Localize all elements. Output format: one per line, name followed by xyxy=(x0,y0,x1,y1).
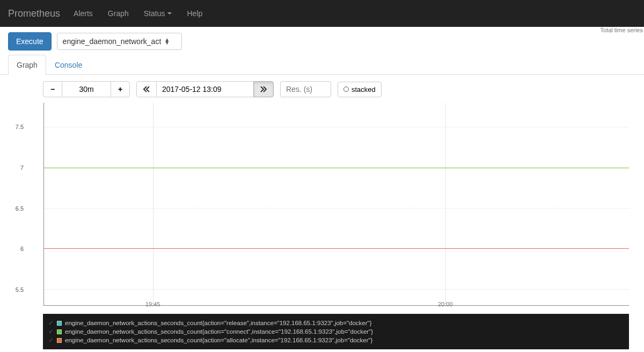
series-line xyxy=(44,168,629,168)
legend-label: engine_daemon_network_actions_seconds_co… xyxy=(65,337,372,343)
expression-select[interactable]: engine_daemon_network_act ▲▼ xyxy=(57,33,182,50)
nav-alerts[interactable]: Alerts xyxy=(74,9,93,18)
color-swatch xyxy=(57,338,62,343)
legend: ✓engine_daemon_network_actions_seconds_c… xyxy=(43,314,629,349)
fast-forward-icon xyxy=(260,86,267,92)
query-row: Execute engine_daemon_network_act ▲▼ xyxy=(0,27,644,55)
resolution-input[interactable] xyxy=(280,81,331,97)
updown-icon: ▲▼ xyxy=(164,38,170,45)
stacked-toggle[interactable]: stacked xyxy=(338,82,382,97)
nav-status[interactable]: Status xyxy=(144,9,172,18)
navbar: Prometheus Alerts Graph Status Help xyxy=(0,0,644,27)
check-icon: ✓ xyxy=(48,336,54,344)
y-tick-label: 6 xyxy=(11,246,24,252)
range-increase-button[interactable]: + xyxy=(111,81,130,97)
check-icon: ✓ xyxy=(48,328,54,335)
legend-item[interactable]: ✓engine_daemon_network_actions_seconds_c… xyxy=(48,319,624,327)
nav-status-label: Status xyxy=(144,9,165,18)
y-tick-label: 5.5 xyxy=(11,286,24,293)
chart: 19:4520:00 5.566.577.5 xyxy=(26,103,629,311)
series-line xyxy=(44,248,629,249)
execute-button[interactable]: Execute xyxy=(8,32,52,51)
tab-console[interactable]: Console xyxy=(46,55,91,75)
time-back-button[interactable] xyxy=(136,81,157,97)
range-group: − + xyxy=(43,81,130,97)
gridline-h xyxy=(44,208,629,209)
tab-graph[interactable]: Graph xyxy=(8,55,46,75)
gridline-h xyxy=(44,127,629,127)
datetime-input[interactable] xyxy=(157,81,253,97)
gridline-h xyxy=(44,289,629,290)
legend-label: engine_daemon_network_actions_seconds_co… xyxy=(65,328,373,335)
x-tick-label: 19:45 xyxy=(145,301,160,307)
range-input[interactable] xyxy=(62,81,111,97)
time-forward-button[interactable] xyxy=(253,81,274,97)
y-tick-label: 7.5 xyxy=(11,124,24,130)
time-group xyxy=(136,81,274,97)
graph-controls: − + stacked xyxy=(0,75,644,103)
color-swatch xyxy=(57,321,62,326)
legend-item[interactable]: ✓engine_daemon_network_actions_seconds_c… xyxy=(48,328,624,335)
color-swatch xyxy=(57,329,62,334)
stacked-label: stacked xyxy=(352,85,376,94)
check-icon: ✓ xyxy=(48,319,54,327)
gridline-v xyxy=(153,103,153,305)
range-decrease-button[interactable]: − xyxy=(43,81,62,97)
gridline-v xyxy=(445,103,446,305)
y-tick-label: 7 xyxy=(11,164,24,171)
x-tick-label: 20:00 xyxy=(438,301,453,307)
total-series-label: Total time series xyxy=(601,27,643,33)
tabs: Graph Console xyxy=(0,55,644,75)
brand-logo[interactable]: Prometheus xyxy=(8,8,60,19)
legend-label: engine_daemon_network_actions_seconds_co… xyxy=(65,320,371,326)
expression-value: engine_daemon_network_act xyxy=(63,37,162,46)
circle-icon xyxy=(343,87,349,92)
legend-item[interactable]: ✓engine_daemon_network_actions_seconds_c… xyxy=(48,336,624,344)
nav-graph[interactable]: Graph xyxy=(108,9,129,18)
caret-down-icon xyxy=(167,12,172,15)
plot-area[interactable]: 19:4520:00 xyxy=(43,103,629,306)
y-tick-label: 6.5 xyxy=(11,205,24,212)
rewind-icon xyxy=(143,86,150,92)
nav-help[interactable]: Help xyxy=(187,9,202,18)
